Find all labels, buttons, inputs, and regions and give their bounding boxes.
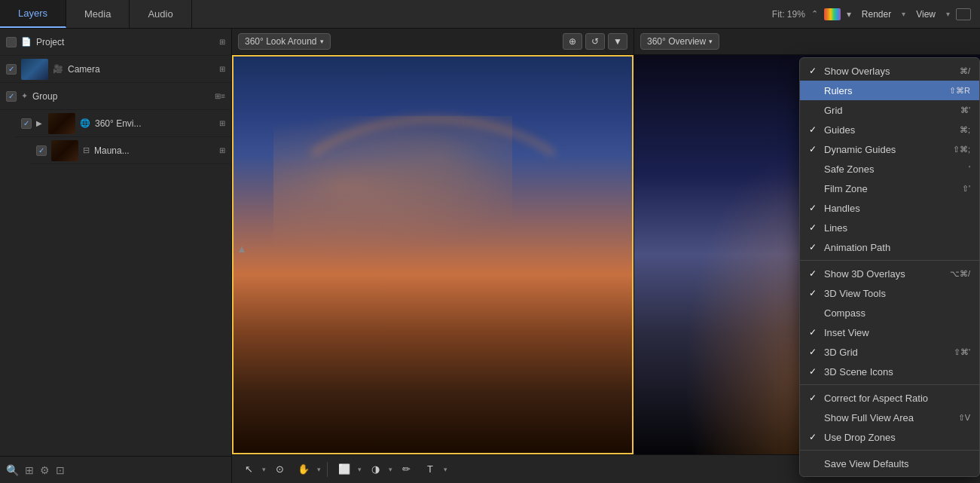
viewer-more-icon[interactable]: ▼ (608, 33, 627, 50)
menu-check-handles: ✓ (809, 203, 820, 213)
menu-label-text: Show Full View Area (824, 412, 954, 423)
render-button[interactable]: Render (857, 8, 896, 21)
layer-name-group: Group (32, 91, 210, 102)
menu-label-text: Show 3D Overlays (824, 268, 945, 280)
layer-thumb-env (48, 113, 75, 134)
mask-tool[interactable]: ◑ (365, 460, 386, 479)
menu-item-inset-view[interactable]: ✓Inset View (800, 323, 979, 342)
main-viewer-label: 360° Look Around (245, 36, 317, 47)
viewer-fit-icon[interactable]: ⊕ (563, 33, 582, 50)
layer-checkbox-env[interactable]: ✓ (21, 118, 32, 129)
menu-shortcut-text: ⇧⌘; (953, 145, 970, 154)
layer-checkbox-camera[interactable]: ✓ (6, 64, 17, 75)
menu-check-show-3d-overlays: ✓ (809, 268, 820, 279)
menu-item-show-3d-overlays[interactable]: ✓Show 3D Overlays⌥⌘/ (800, 264, 979, 283)
tab-media[interactable]: Media (66, 0, 130, 28)
main-area: 📄 Project ⊞ ✓ 🎥 Camera ⊞ ✓ ✦ Group ⊞≡ ✓ … (0, 29, 980, 483)
menu-item-save-view-defaults[interactable]: Save View Defaults (800, 454, 979, 473)
menu-item-3d-view-tools[interactable]: ✓3D View Tools (800, 283, 979, 303)
menu-item-handles[interactable]: ✓Handles (800, 198, 979, 218)
main-viewer-icons: ⊕ ↺ ▼ (563, 33, 627, 50)
layer-badge-mauna: ⊞ (219, 146, 225, 154)
menu-item-show-full-view-area[interactable]: Show Full View Area⇧V (800, 408, 979, 427)
sidebar-bottom: 🔍 ⊞ ⚙ ⊡ (0, 456, 231, 483)
top-bar: Layers Media Audio Fit: 19% ⌃ ▾ Render ▾… (0, 0, 980, 29)
pen-tool[interactable]: ✏ (395, 460, 417, 479)
layer-project[interactable]: 📄 Project ⊞ (0, 29, 231, 56)
hand-tool[interactable]: ✋ (293, 460, 314, 479)
menu-shortcut-text: ⌘' (960, 105, 970, 115)
menu-shortcut-text: ⇧' (962, 184, 970, 194)
menu-check-correct-for-aspect-ratio: ✓ (809, 393, 820, 403)
menu-check-use-drop-zones: ✓ (809, 432, 820, 442)
menu-check-3d-grid: ✓ (809, 347, 820, 357)
settings-icon[interactable]: ⚙ (40, 464, 50, 476)
menu-shortcut-text: ⇧⌘R (949, 86, 970, 96)
rainbow-overlay (273, 116, 592, 314)
layer-name-project: Project (36, 37, 215, 47)
menu-separator (800, 260, 979, 261)
menu-item-compass[interactable]: Compass (800, 303, 979, 323)
view-button[interactable]: View (911, 8, 940, 21)
top-bar-right: Fit: 19% ⌃ ▾ Render ▾ View ▾ (772, 8, 980, 21)
menu-item-film-zone[interactable]: Film Zone⇧' (800, 179, 979, 198)
layer-badge-project: ⊞ (219, 38, 225, 46)
layer-checkbox-project[interactable] (6, 37, 17, 47)
sidebar: 📄 Project ⊞ ✓ 🎥 Camera ⊞ ✓ ✦ Group ⊞≡ ✓ … (0, 29, 232, 483)
lasso-tool[interactable]: ⊙ (269, 460, 290, 479)
window-icon[interactable] (956, 8, 971, 20)
menu-item-dynamic-guides[interactable]: ✓Dynamic Guides⇧⌘; (800, 139, 979, 159)
shape-tool[interactable]: ⬜ (334, 460, 355, 479)
viewer-area: 360° Look Around ▾ ⊕ ↺ ▼ ▲ (232, 29, 980, 454)
tab-layers[interactable]: Layers (0, 0, 66, 28)
menu-item-lines[interactable]: ✓Lines (800, 218, 979, 237)
menu-item-show-overlays[interactable]: ✓Show Overlays⌘/ (800, 61, 979, 81)
layer-group[interactable]: ✓ ✦ Group ⊞≡ (0, 83, 231, 110)
tab-audio[interactable]: Audio (130, 0, 191, 28)
pointer-tool[interactable]: ↖ (238, 460, 259, 479)
menu-label-text: Safe Zones (824, 164, 964, 175)
menu-item-grid[interactable]: Grid⌘' (800, 100, 979, 120)
menu-item-correct-for-aspect-ratio[interactable]: ✓Correct for Aspect Ratio (800, 388, 979, 408)
menu-item-animation-path[interactable]: ✓Animation Path (800, 237, 979, 257)
layer-icon-group: ✦ (21, 91, 28, 101)
menu-item-3d-scene-icons[interactable]: ✓3D Scene Icons (800, 362, 979, 381)
menu-label-text: 3D Grid (824, 347, 949, 358)
layer-camera[interactable]: ✓ 🎥 Camera ⊞ (0, 56, 231, 83)
tool-separator-1 (327, 462, 328, 477)
menu-item-safe-zones[interactable]: Safe Zones' (800, 159, 979, 179)
layer-badge-env: ⊞ (219, 119, 225, 127)
overview-chevron: ▾ (709, 38, 713, 45)
menu-label-text: Dynamic Guides (824, 144, 948, 155)
menu-item-rulers[interactable]: Rulers⇧⌘R (800, 81, 979, 100)
overview-dropdown[interactable]: 360° Overview ▾ (640, 33, 719, 50)
layer-checkbox-group[interactable]: ✓ (6, 91, 17, 102)
menu-check-3d-view-tools: ✓ (809, 288, 820, 298)
color-swatch[interactable] (824, 8, 841, 20)
menu-item-3d-grid[interactable]: ✓3D Grid⇧⌘' (800, 342, 979, 362)
grid-view-icon[interactable]: ⊞ (25, 464, 34, 476)
search-icon[interactable]: 🔍 (6, 464, 19, 476)
export-icon[interactable]: ⊡ (56, 464, 65, 476)
menu-label-text: Rulers (824, 85, 945, 96)
layer-icon-mauna: ⊟ (83, 145, 90, 155)
main-viewer-header: 360° Look Around ▾ ⊕ ↺ ▼ (232, 29, 633, 55)
viewer-image (234, 57, 632, 453)
main-viewer-dropdown[interactable]: 360° Look Around ▾ (238, 33, 331, 50)
menu-label-text: Show Overlays (824, 66, 955, 77)
menu-label-text: Animation Path (824, 242, 966, 253)
menu-label-text: Compass (824, 307, 966, 319)
menu-item-use-drop-zones[interactable]: ✓Use Drop Zones (800, 427, 979, 447)
menu-check-dynamic-guides: ✓ (809, 144, 820, 154)
menu-shortcut-text: ⌘/ (960, 66, 970, 76)
fit-label: Fit: 19% (772, 9, 805, 20)
swatch-arrow: ▾ (847, 9, 851, 20)
layer-env[interactable]: ✓ ▶ 🌐 360° Envi... ⊞ (15, 110, 231, 137)
menu-shortcut-text: ⌘; (960, 125, 970, 135)
viewer-rotate-icon[interactable]: ↺ (585, 33, 605, 50)
text-tool[interactable]: T (420, 460, 441, 479)
overview-panel: 360° Overview ▾ ✓Show Overlays⌘/Rulers⇧⌘… (633, 29, 980, 454)
layer-checkbox-mauna[interactable]: ✓ (36, 145, 47, 156)
menu-item-guides[interactable]: ✓Guides⌘; (800, 120, 979, 139)
layer-mauna[interactable]: ✓ ⊟ Mauna... ⊞ (30, 137, 231, 164)
